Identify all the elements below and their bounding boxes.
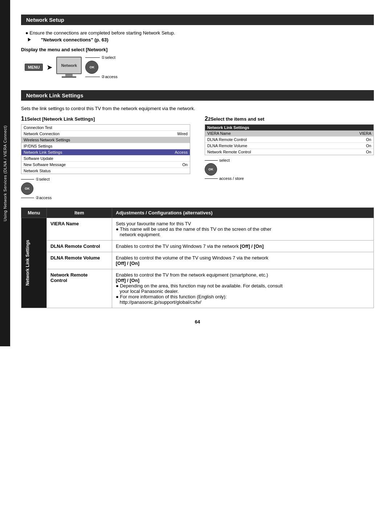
network-link-section: Network Link Settings Sets the link sett… [21, 90, 374, 308]
menu-item-network-connection: Network ConnectionWired [21, 131, 190, 137]
left-ok-btn: OK [21, 182, 33, 195]
nav-block-right: select OK access / store [205, 158, 374, 181]
right-select-label: select [219, 158, 230, 162]
nav-arrow-1: ➤ [46, 63, 53, 72]
th-menu: Menu [21, 208, 47, 218]
select-label: ①select [101, 55, 115, 60]
menu-item-connection-test: Connection Test [21, 125, 190, 131]
network-setup-header: Network Setup [21, 15, 374, 25]
settings-item-dlna-remote-volume: DLNA Remote Volume On [205, 143, 373, 149]
arrow-link-line: "Network connections" (p. 63) [25, 37, 374, 43]
column-left: 11Select [Network Link Settings] Connect… [21, 116, 190, 200]
tv-screen-icon: Network [56, 57, 82, 78]
menu-cell-rotated: Network Link Settings [21, 218, 47, 308]
item-network-remote-control: Network RemoteControl [47, 269, 112, 308]
item-dlna-remote-control: DLNA Remote Control [47, 241, 112, 252]
two-column-layout: 11Select [Network Link Settings] Connect… [21, 116, 374, 200]
network-link-header: Network Link Settings [21, 90, 374, 101]
th-item: Item [47, 208, 112, 218]
adj-dlna-remote-control: Enables to control the TV using Windows … [112, 241, 374, 252]
table-row-network-remote-control: Network RemoteControl Enables to control… [21, 269, 374, 308]
item-dlna-remote-volume: DLNA Remote Volume [47, 252, 112, 269]
adj-network-remote-control: Enables to control the TV from the netwo… [112, 269, 374, 308]
network-screen-label: Network [61, 63, 77, 68]
ok-dpad: OK [85, 61, 98, 74]
main-reference-table: Menu Item Adjustments / Configurations (… [21, 207, 374, 308]
right-ok-btn: OK [205, 163, 217, 176]
settings-item-network-remote-control: Network Remote Control On [205, 149, 373, 155]
menu-item-network-link: Network Link SettingsAccess [21, 149, 190, 156]
access-label: ②access [101, 74, 117, 79]
sub-instruction: Display the menu and select [Network] [21, 47, 374, 52]
menu-item-wireless: Wireless Network Settings [21, 137, 190, 143]
settings-item-dlna-remote-control: DLNA Remote Control On [205, 137, 373, 143]
table-row-viera: Network Link Settings VIERA Name Sets yo… [21, 218, 374, 241]
page-number: 64 [21, 319, 374, 325]
network-connections-link: "Network connections" (p. 63) [41, 37, 109, 43]
menu-rotated-text: Network Link Settings [25, 240, 30, 286]
left-select-label: ①select [36, 177, 50, 182]
table-row-dlna-remote-control: DLNA Remote Control Enables to control t… [21, 241, 374, 252]
bullet-1: ● Ensure the connections are completed b… [25, 30, 374, 36]
settings-box-header: Network Link Settings [205, 125, 373, 130]
menu-item-network-status: Network Status [21, 168, 190, 174]
sidebar-text: Using Network Services (DLNA / VIERA Con… [3, 125, 7, 221]
settings-box: Network Link Settings VIERA Name VIERA D… [205, 124, 374, 155]
menu-item-ipdns: IP/DNS Settings [21, 143, 190, 149]
network-setup-section: Network Setup ● Ensure the connections a… [21, 15, 374, 79]
nav-block-left: ①select OK ②access [21, 177, 190, 200]
adj-viera-name: Sets your favourite name for this TV ● T… [112, 218, 374, 241]
menu-item-software-update: Software Update [21, 156, 190, 162]
dpad-section: ①select OK ②access [85, 55, 117, 79]
menu-nav-diagram: MENU ➤ Network ①select OK [25, 55, 374, 79]
step2-title: 22Select the items and set [205, 116, 374, 122]
menu-button-label: MENU [25, 64, 43, 71]
left-access-label: ②access [36, 196, 52, 200]
table-row-dlna-remote-volume: DLNA Remote Volume Enables to control th… [21, 252, 374, 269]
sidebar-strip: Using Network Services (DLNA / VIERA Con… [0, 0, 10, 346]
item-viera-name: VIERA Name [47, 218, 112, 241]
adj-dlna-remote-volume: Enables to control the volume of the TV … [112, 252, 374, 269]
column-right: 22Select the items and set Network Link … [205, 116, 374, 200]
menu-item-new-software: New Software MessageOn [21, 162, 190, 168]
th-adj: Adjustments / Configurations (alternativ… [112, 208, 374, 218]
menu-list-box: Connection Test Network ConnectionWired … [21, 124, 190, 174]
section-description: Sets the link settings to control this T… [21, 106, 374, 111]
step1-title: 11Select [Network Link Settings] [21, 116, 190, 122]
right-access-store-label: access / store [219, 176, 244, 181]
settings-item-viera: VIERA Name VIERA [205, 130, 373, 137]
